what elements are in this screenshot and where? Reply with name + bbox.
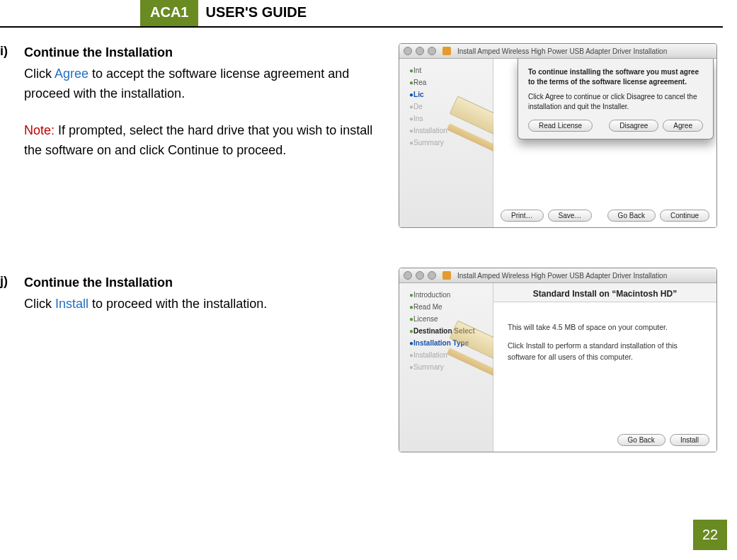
step-i-note: Note: If prompted, select the hard drive… [24, 121, 389, 161]
sidebar-item-type: Installation Type [399, 337, 493, 349]
screenshot-license-dialog: Install Amped Wireless High Power USB Ad… [399, 43, 717, 228]
step-j: j) Continue the Installation Click Insta… [0, 273, 389, 314]
sidebar-item-type: Ins [399, 113, 493, 125]
installer-sidebar: Int Rea Lic De Ins Installation Summary [399, 59, 493, 227]
install-word: Install [55, 297, 88, 311]
read-license-button[interactable]: Read License [528, 120, 593, 132]
text: Click [24, 67, 55, 81]
installer-icon [442, 47, 451, 55]
sidebar-item-intro: Int [399, 64, 493, 76]
sidebar-item-license: License [399, 313, 493, 325]
sidebar-item-install: Installation [399, 125, 493, 137]
product-badge: ACA1 [140, 0, 198, 26]
sidebar-item-dest: Destination Select [399, 325, 493, 337]
sheet-text: To continue installing the software you … [528, 67, 703, 111]
sidebar-item-summary: Summary [399, 137, 493, 149]
page-number: 22 [693, 520, 727, 550]
note-label: Note: [24, 123, 55, 137]
minimize-icon[interactable] [416, 47, 424, 55]
sheet-bold: To continue installing the software you … [528, 68, 699, 86]
go-back-button[interactable]: Go Back [607, 210, 656, 222]
sheet-body: Click Agree to continue or click Disagre… [528, 93, 697, 110]
page-header: ACA1 USER'S GUIDE [0, 0, 723, 28]
guide-title: USER'S GUIDE [198, 0, 307, 26]
screenshot-standard-install: Install Amped Wireless High Power USB Ad… [399, 268, 717, 452]
sidebar-item-dest: De [399, 101, 493, 113]
sidebar-item-summary: Summary [399, 361, 493, 373]
installer-sidebar: Introduction Read Me License Destination… [399, 283, 493, 452]
window-title: Install Amped Wireless High Power USB Ad… [457, 47, 667, 55]
step-i: i) Continue the Installation Click Agree… [0, 43, 389, 160]
step-j-text: Click Install to proceed with the instal… [24, 295, 389, 314]
installer-icon [442, 271, 451, 280]
disagree-button[interactable]: Disagree [609, 120, 658, 132]
continue-button[interactable]: Continue [660, 210, 709, 222]
zoom-icon[interactable] [428, 271, 436, 280]
sidebar-item-license: Lic [399, 88, 493, 101]
close-icon[interactable] [404, 271, 412, 280]
install-button[interactable]: Install [670, 434, 709, 446]
step-label-j: j) [0, 273, 24, 314]
pane-heading: Standard Install on “Macintosh HD” [493, 283, 716, 302]
sidebar-item-readme: Rea [399, 76, 493, 88]
sidebar-item-readme: Read Me [399, 301, 493, 313]
note-text: If prompted, select the hard drive that … [24, 123, 372, 157]
space-line: This will take 4.5 MB of space on your c… [508, 322, 702, 333]
text: to proceed with the installation. [88, 297, 267, 311]
text: Click [24, 297, 55, 311]
window-title: Install Amped Wireless High Power USB Ad… [457, 272, 667, 280]
save-button[interactable]: Save… [548, 210, 593, 222]
print-button[interactable]: Print… [501, 210, 544, 222]
minimize-icon[interactable] [416, 271, 424, 280]
titlebar: Install Amped Wireless High Power USB Ad… [399, 268, 716, 283]
go-back-button[interactable]: Go Back [617, 434, 665, 446]
license-sheet: To continue installing the software you … [518, 59, 714, 139]
sidebar-item-intro: Introduction [399, 289, 493, 301]
sidebar-item-install: Installation [399, 349, 493, 361]
agree-button[interactable]: Agree [663, 120, 703, 132]
instruction-line: Click Install to perform a standard inst… [508, 341, 702, 363]
step-j-title: Continue the Installation [24, 273, 389, 293]
titlebar: Install Amped Wireless High Power USB Ad… [399, 44, 716, 59]
step-i-text: Click Agree to accept the software licen… [24, 64, 389, 104]
close-icon[interactable] [404, 47, 412, 55]
pane-body: This will take 4.5 MB of space on your c… [493, 302, 716, 382]
step-label-i: i) [0, 43, 24, 160]
agree-word: Agree [55, 67, 88, 81]
step-i-title: Continue the Installation [24, 43, 389, 63]
zoom-icon[interactable] [428, 47, 436, 55]
